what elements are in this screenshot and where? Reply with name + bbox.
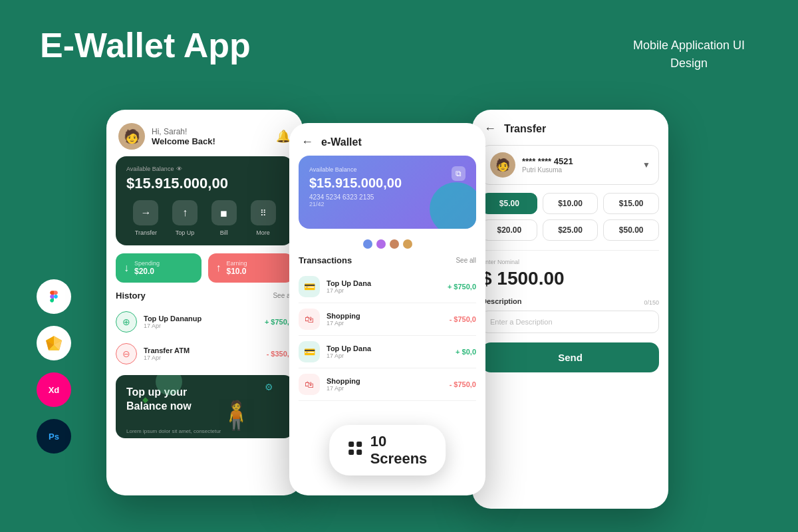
header-right: Mobile Application UI Design bbox=[633, 37, 745, 72]
amount-50[interactable]: $50.00 bbox=[603, 219, 659, 241]
phone1-header: 🧑 Hi, Sarah! Welcome Back! 🔔 bbox=[106, 110, 303, 156]
card-dot-3[interactable] bbox=[390, 239, 399, 249]
tool-icons: Xd Ps bbox=[37, 279, 71, 454]
description-section: Description 0/150 Enter a Description bbox=[481, 297, 659, 333]
see-all-transactions[interactable]: See all bbox=[456, 257, 476, 264]
tx1-date: 17 Apr bbox=[144, 323, 258, 329]
transactions-list: 💳 Top Up Dana 17 Apr + $750,0 🛍 Shopping… bbox=[289, 271, 485, 401]
nominal-section: Enter Nominal $ 1500.00 bbox=[481, 250, 659, 289]
spending-label: Spending bbox=[134, 260, 160, 267]
back-arrow[interactable]: ← bbox=[301, 135, 313, 149]
desc-label: Description bbox=[481, 297, 522, 305]
wallet-tx-3: 💳 Top Up Dana 17 Apr + $0,0 bbox=[299, 336, 476, 368]
transfer-label: Transfer bbox=[135, 229, 157, 236]
wallet-tx4-date: 17 Apr bbox=[327, 385, 443, 392]
wallet-tx-4: 🛍 Shopping 17 Apr - $750,0 bbox=[299, 368, 476, 401]
card-dot-1[interactable] bbox=[363, 239, 372, 249]
tx2-date: 17 Apr bbox=[144, 354, 260, 361]
account-avatar: 🧑 bbox=[490, 152, 515, 178]
transactions-title: Transactions bbox=[299, 255, 352, 265]
wallet-tx2-date: 17 Apr bbox=[327, 320, 443, 327]
card-selector bbox=[289, 235, 485, 255]
ps-icon: Ps bbox=[37, 419, 71, 454]
balance-label: Available Balance 👁 bbox=[126, 166, 283, 172]
wallet-tx3-icon: 💳 bbox=[299, 341, 320, 362]
wallet-tx3-date: 17 Apr bbox=[327, 352, 449, 359]
wallet-tx4-icon: 🛍 bbox=[299, 374, 320, 395]
sketch-icon bbox=[37, 326, 71, 360]
earning-amount: $10.0 bbox=[227, 267, 247, 276]
wallet-tx-1: 💳 Top Up Dana 17 Apr + $750,0 bbox=[299, 271, 476, 303]
amount-grid: $5.00 $10.00 $15.00 $20.00 $25.00 $50.00 bbox=[481, 193, 659, 241]
header-left: E-Wallet App bbox=[40, 27, 251, 65]
svg-rect-9 bbox=[356, 450, 362, 455]
xd-icon: Xd bbox=[37, 372, 71, 407]
more-label: More bbox=[256, 229, 270, 236]
wallet-card: Available Balance $15.915.000,00 4234 52… bbox=[299, 156, 476, 229]
tx1-name: Top Up Dananup bbox=[144, 315, 258, 323]
desc-counter: 0/150 bbox=[644, 299, 659, 306]
bell-icon[interactable]: 🔔 bbox=[276, 129, 291, 144]
amount-5[interactable]: $5.00 bbox=[481, 193, 537, 214]
transaction-topup: ⊕ Top Up Dananup 17 Apr + $750,0 bbox=[106, 306, 303, 338]
tx2-name: Transfer ATM bbox=[144, 346, 260, 354]
phone-wallet: ← e-Wallet Available Balance $15.915.000… bbox=[289, 123, 485, 495]
wallet-tx1-name: Top Up Dana bbox=[327, 279, 441, 287]
card-dot-4[interactable] bbox=[403, 239, 412, 249]
phone2-header: ← e-Wallet bbox=[289, 123, 485, 156]
nominal-amount: $ 1500.00 bbox=[481, 268, 659, 289]
history-title: History bbox=[116, 291, 146, 301]
summary-row: ↓ Spending $20.0 ↑ Earning $10.0 bbox=[116, 253, 293, 283]
account-name: Putri Kusuma bbox=[522, 166, 636, 174]
wallet-tx4-name: Shopping bbox=[327, 377, 443, 385]
grid-icon bbox=[348, 441, 362, 460]
history-header: History See all bbox=[106, 291, 303, 306]
amount-15[interactable]: $15.00 bbox=[603, 193, 659, 214]
transactions-header: Transactions See all bbox=[289, 255, 485, 271]
promo-figure: 🧍 bbox=[219, 399, 253, 432]
wallet-tx1-date: 17 Apr bbox=[327, 287, 441, 294]
desc-input[interactable]: Enter a Description bbox=[481, 311, 659, 333]
phone3-header: ← Transfer bbox=[472, 110, 668, 145]
promo-banner: Top up your Balance now Lorem ipsum dolo… bbox=[116, 375, 293, 438]
amount-25[interactable]: $25.00 bbox=[543, 219, 598, 241]
greeting: Hi, Sarah! Welcome Back! bbox=[152, 127, 276, 146]
transfer-btn[interactable]: → Transfer bbox=[133, 200, 158, 236]
wallet-tx2-name: Shopping bbox=[327, 312, 443, 320]
wallet-card-copy-icon[interactable]: ⧉ bbox=[452, 166, 466, 181]
phone-home: 🧑 Hi, Sarah! Welcome Back! 🔔 Available B… bbox=[106, 110, 303, 495]
avatar: 🧑 bbox=[118, 123, 145, 150]
bill-btn[interactable]: ◼ Bill bbox=[211, 200, 237, 236]
send-button[interactable]: Send bbox=[481, 342, 659, 372]
subtitle-line2: Design bbox=[633, 55, 745, 72]
topup-btn[interactable]: ↑ Top Up bbox=[172, 200, 198, 236]
subtitle-line1: Mobile Application UI bbox=[633, 37, 745, 55]
nominal-label: Enter Nominal bbox=[481, 259, 659, 265]
screens-count: 10 Screens bbox=[370, 433, 428, 467]
earning-card: ↑ Earning $10.0 bbox=[208, 253, 294, 283]
wallet-tx1-amount: + $750,0 bbox=[448, 283, 476, 291]
wallet-tx3-amount: + $0,0 bbox=[456, 348, 476, 356]
svg-rect-6 bbox=[348, 442, 354, 447]
account-row[interactable]: 🧑 **** **** 4521 Putri Kusuma ▼ bbox=[481, 145, 659, 185]
greeting-welcome: Welcome Back! bbox=[152, 136, 276, 146]
transfer-icon: ⊖ bbox=[116, 343, 137, 364]
amount-20[interactable]: $20.00 bbox=[481, 219, 537, 241]
svg-rect-7 bbox=[356, 442, 362, 447]
transfer-title: Transfer bbox=[504, 123, 546, 135]
amount-10[interactable]: $10.00 bbox=[543, 193, 598, 214]
balance-card: Available Balance 👁 $15.915.000,00 → Tra… bbox=[116, 156, 293, 245]
more-btn[interactable]: ⠿ More bbox=[251, 200, 276, 236]
transfer-back-arrow[interactable]: ← bbox=[484, 122, 496, 136]
topup-label: Top Up bbox=[176, 229, 195, 236]
card-dot-2[interactable] bbox=[376, 239, 386, 249]
app-title: E-Wallet App bbox=[40, 27, 251, 65]
screens-badge: 10 Screens bbox=[329, 425, 446, 475]
wallet-tx1-icon: 💳 bbox=[299, 276, 320, 297]
wallet-card-label: Available Balance bbox=[309, 166, 466, 173]
wallet-tx3-name: Top Up Dana bbox=[327, 344, 449, 352]
wallet-tx4-amount: - $750,0 bbox=[450, 380, 476, 388]
earning-label: Earning bbox=[227, 260, 247, 267]
balance-amount: $15.915.000,00 bbox=[126, 175, 283, 192]
promo-sub: Lorem ipsum dolor sit amet, consectetur bbox=[126, 428, 221, 434]
